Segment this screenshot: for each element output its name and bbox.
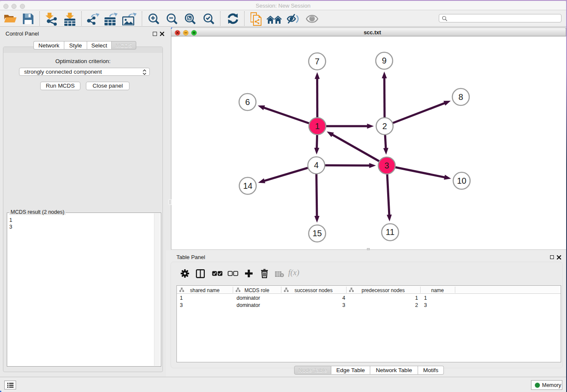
svg-text:3: 3 — [384, 161, 389, 170]
svg-text:10: 10 — [457, 176, 466, 185]
svg-text:1: 1 — [315, 121, 319, 131]
svg-text:9: 9 — [382, 56, 386, 65]
svg-text:14: 14 — [243, 181, 252, 190]
svg-text:6: 6 — [245, 97, 250, 107]
svg-text:15: 15 — [312, 229, 322, 238]
svg-text:11: 11 — [386, 227, 395, 237]
svg-text:2: 2 — [382, 121, 387, 131]
svg-text:7: 7 — [315, 57, 319, 66]
svg-text:8: 8 — [458, 92, 463, 102]
svg-text:4: 4 — [314, 160, 319, 170]
